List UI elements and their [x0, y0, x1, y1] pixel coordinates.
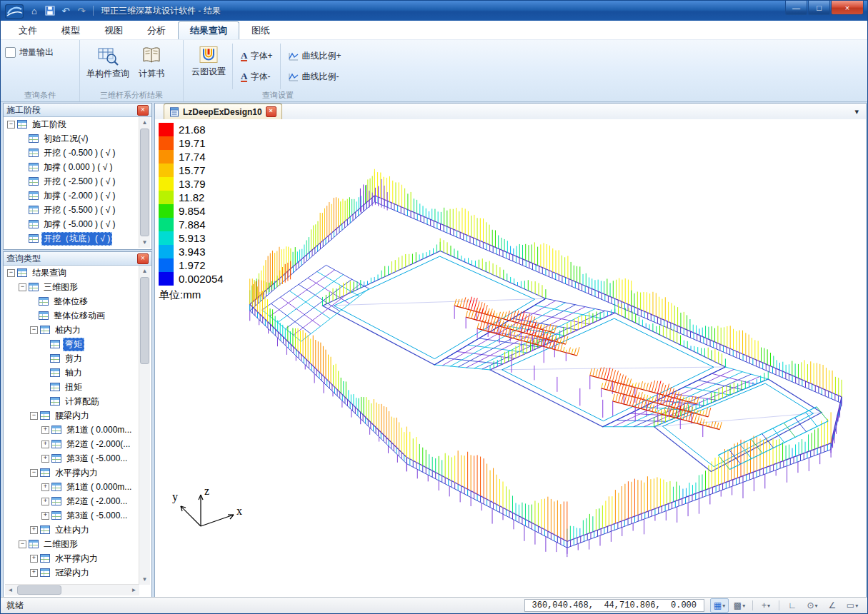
scroll-right-icon[interactable]: ►: [129, 585, 139, 595]
maximize-button[interactable]: □: [808, 1, 830, 15]
minimize-button[interactable]: —: [785, 1, 807, 15]
tab-list-chevron-icon[interactable]: ▾: [852, 107, 862, 116]
collapse-icon[interactable]: −: [7, 269, 15, 277]
ribbon-group-query-settings: 云图设置 A 字体+ A 字体-: [183, 40, 372, 101]
tree-item-selected[interactable]: 弯矩: [5, 337, 139, 351]
model-viewport[interactable]: [155, 119, 866, 597]
tree-item[interactable]: +第2道 ( -2.000...: [5, 494, 139, 508]
collapse-icon[interactable]: −: [30, 412, 38, 420]
tree-item[interactable]: +第3道 ( -5.000...: [5, 508, 139, 523]
tab-view[interactable]: 视图: [92, 21, 135, 39]
single-member-query-button[interactable]: 单构件查询: [84, 42, 131, 94]
collapse-icon[interactable]: −: [19, 283, 26, 291]
collapse-icon[interactable]: −: [7, 121, 15, 129]
scroll-down-icon[interactable]: ▼: [139, 237, 150, 248]
tree-item[interactable]: −腰梁内力: [5, 408, 139, 423]
tab-model[interactable]: 模型: [49, 21, 92, 39]
tree-item[interactable]: −水平撑内力: [5, 465, 139, 480]
redo-button[interactable]: ↷: [74, 4, 89, 17]
tree-item[interactable]: 扭矩: [5, 380, 139, 394]
tab-analysis[interactable]: 分析: [135, 21, 178, 39]
expand-icon[interactable]: +: [41, 441, 49, 448]
home-icon[interactable]: ⌂: [27, 4, 41, 17]
vertical-scrollbar[interactable]: ▲ ▼: [139, 117, 150, 248]
tree-item[interactable]: 加撑 ( 0.000 ) ( √ ): [5, 160, 139, 174]
ortho-button[interactable]: ∟: [783, 598, 802, 613]
panel-header[interactable]: 查询类型 ×: [4, 252, 151, 266]
expand-icon[interactable]: +: [30, 555, 38, 563]
expand-icon[interactable]: +: [41, 498, 49, 505]
tree-item[interactable]: +第2道 ( -2.000(...: [5, 437, 139, 451]
tree-item[interactable]: 开挖 ( -0.500 ) ( √ ): [5, 146, 139, 160]
tab-drawings[interactable]: 图纸: [239, 21, 282, 39]
tree-item[interactable]: 加撑 ( -2.000 ) ( √ ): [5, 188, 139, 203]
tree-item-selected[interactable]: 开挖（坑底）( √ ): [5, 231, 139, 246]
scroll-thumb[interactable]: [140, 129, 149, 236]
expand-icon[interactable]: +: [41, 483, 49, 491]
undo-button[interactable]: ↶: [59, 4, 73, 17]
titlebar[interactable]: ⌂ ↶ ↷ 理正三维深基坑设计软件 - 结果 — □ ×: [1, 1, 867, 21]
close-icon[interactable]: ×: [266, 106, 276, 117]
expand-icon[interactable]: +: [41, 512, 49, 520]
tree-item[interactable]: −施工阶段: [5, 117, 139, 131]
tree-item[interactable]: 加撑 ( -5.000 ) ( √ ): [5, 217, 139, 231]
document-tab[interactable]: LzDeepExDesign10 ×: [164, 104, 282, 119]
expand-icon[interactable]: +: [41, 426, 49, 434]
tree-item[interactable]: 剪力: [5, 351, 139, 366]
cloud-settings-button[interactable]: 云图设置: [188, 42, 229, 94]
scroll-up-icon[interactable]: ▲: [139, 266, 150, 276]
coordinate-mode-button[interactable]: +▾: [757, 598, 775, 613]
tree-item[interactable]: +水平撑内力: [5, 551, 139, 565]
panel-header[interactable]: 施工阶段 ×: [4, 104, 151, 117]
scroll-down-icon[interactable]: ▼: [139, 574, 150, 585]
expand-icon[interactable]: +: [41, 455, 49, 463]
selection-box-button[interactable]: ▭▾: [843, 598, 862, 613]
scroll-left-icon[interactable]: ◄: [5, 585, 16, 595]
tree-item[interactable]: +第1道 ( 0.000m...: [5, 423, 139, 437]
tab-result-query[interactable]: 结果查询: [178, 21, 239, 39]
tree-item[interactable]: +冠梁内力: [5, 565, 139, 580]
tree-item[interactable]: 轴力: [5, 366, 139, 380]
close-button[interactable]: ×: [831, 1, 864, 15]
curve-scale-plus-button[interactable]: 曲线比例+: [284, 48, 346, 64]
grid-snap-button[interactable]: ▦▾: [710, 598, 729, 613]
collapse-icon[interactable]: −: [30, 469, 38, 477]
tree-item[interactable]: +第3道 ( -5.000...: [5, 451, 139, 465]
calc-book-button[interactable]: 计算书: [131, 42, 171, 94]
close-icon[interactable]: ×: [137, 105, 149, 116]
vertical-scrollbar[interactable]: ▲ ▼: [139, 266, 150, 585]
angle-snap-button[interactable]: ∠: [823, 598, 842, 613]
expand-icon[interactable]: +: [30, 526, 38, 534]
tree-item[interactable]: 计算配筋: [5, 394, 139, 408]
horizontal-scrollbar[interactable]: ◄ ►: [5, 584, 139, 595]
font-plus-button[interactable]: A 字体+: [236, 48, 277, 64]
incremental-output-checkbox[interactable]: [5, 47, 16, 58]
tree-item[interactable]: 整体位移: [5, 294, 139, 308]
curve-scale-minus-button[interactable]: 曲线比例-: [284, 69, 346, 85]
tree-item[interactable]: 初始工况(√): [5, 131, 139, 146]
tree-item[interactable]: 开挖 ( -5.500 ) ( √ ): [5, 203, 139, 217]
grid-display-button[interactable]: ▩▾: [730, 598, 749, 613]
tab-file[interactable]: 文件: [6, 21, 49, 39]
collapse-icon[interactable]: −: [19, 540, 26, 548]
scroll-thumb[interactable]: [140, 277, 149, 364]
tree-item[interactable]: −结果查询: [5, 266, 139, 280]
close-icon[interactable]: ×: [137, 253, 149, 264]
tree-item[interactable]: −三维图形: [5, 280, 139, 294]
font-minus-button[interactable]: A 字体-: [236, 69, 277, 85]
save-button[interactable]: [43, 4, 57, 17]
tree-item[interactable]: 开挖 ( -2.500 ) ( √ ): [5, 174, 139, 188]
scroll-thumb[interactable]: [17, 585, 61, 595]
scroll-up-icon[interactable]: ▲: [139, 117, 150, 128]
osnap-button[interactable]: ⊙▾: [803, 598, 822, 613]
tree-item[interactable]: +第1道 ( 0.000m...: [5, 480, 139, 494]
incremental-output-option[interactable]: 增量输出: [5, 46, 54, 59]
ribbon-group-query-condition: 增量输出 查询条件: [1, 40, 79, 101]
collapse-icon[interactable]: −: [30, 326, 38, 334]
expand-icon[interactable]: +: [30, 569, 38, 577]
app-logo-icon: [5, 4, 24, 19]
tree-item[interactable]: −桩内力: [5, 323, 139, 337]
tree-item[interactable]: −二维图形: [5, 537, 139, 551]
tree-item[interactable]: 整体位移动画: [5, 308, 139, 323]
tree-item[interactable]: +立柱内力: [5, 523, 139, 537]
